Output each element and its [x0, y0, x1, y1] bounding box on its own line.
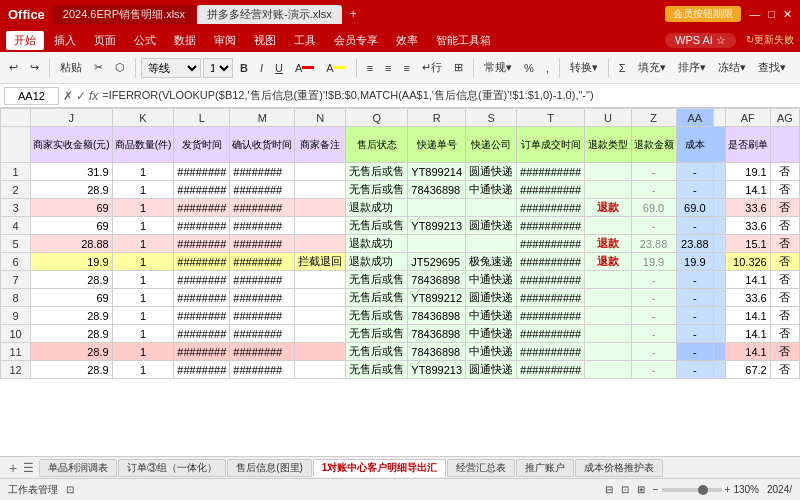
cell-af[interactable]: 33.6 [725, 289, 770, 307]
cell-aa[interactable]: - [676, 325, 714, 343]
cell-r[interactable]: 78436898 [408, 181, 466, 199]
cell-n[interactable] [295, 361, 346, 379]
cell-r[interactable]: 78436898 [408, 271, 466, 289]
align-left-btn[interactable]: ≡ [362, 60, 378, 76]
cell-z[interactable]: - [631, 325, 676, 343]
file-tab-1[interactable]: 2024.6ERP销售明细.xlsx [53, 5, 195, 24]
cell-j[interactable]: 28.9 [31, 271, 113, 289]
cell-k[interactable]: 1 [112, 235, 174, 253]
cell-t[interactable]: ########## [517, 343, 585, 361]
cell-q[interactable]: 退款成功 [346, 253, 408, 271]
cell-af[interactable]: 19.1 [725, 163, 770, 181]
row-num[interactable]: 8 [1, 289, 31, 307]
cell-m[interactable]: ######## [230, 361, 295, 379]
sheet-manage-btn[interactable]: ☰ [23, 461, 34, 475]
menu-start[interactable]: 开始 [6, 31, 44, 50]
add-tab-btn[interactable]: + [344, 5, 363, 23]
cell-m[interactable]: ######## [230, 343, 295, 361]
cell-aa[interactable]: - [676, 163, 714, 181]
comma-btn[interactable]: , [541, 60, 554, 76]
cell-j[interactable]: 69 [31, 199, 113, 217]
maximize-btn[interactable]: □ [768, 8, 775, 20]
cell-n[interactable]: 拦截退回 [295, 253, 346, 271]
cell-r[interactable]: YT899212 [408, 289, 466, 307]
cell-m[interactable]: ######## [230, 307, 295, 325]
cell-af[interactable]: 67.2 [725, 361, 770, 379]
cell-af[interactable]: 14.1 [725, 271, 770, 289]
cell-ag[interactable]: 否 [770, 199, 799, 217]
cell-aa[interactable]: - [676, 289, 714, 307]
italic-btn[interactable]: I [255, 60, 268, 76]
cell-aa[interactable]: 19.9 [676, 253, 714, 271]
cell-ag[interactable]: 否 [770, 181, 799, 199]
cell-q[interactable]: 无售后或售 [346, 325, 408, 343]
cell-ag[interactable]: 否 [770, 253, 799, 271]
close-btn[interactable]: ✕ [783, 8, 792, 21]
sheet-tab-1[interactable]: 单品利润调表 [39, 459, 117, 477]
cell-t[interactable]: ########## [517, 217, 585, 235]
col-j[interactable]: J [31, 109, 113, 127]
cell-empty[interactable] [714, 163, 726, 181]
cell-l[interactable]: ######## [174, 325, 230, 343]
cell-empty[interactable] [714, 343, 726, 361]
cell-aa[interactable]: - [676, 271, 714, 289]
underline-btn[interactable]: U [270, 60, 288, 76]
cell-u[interactable] [585, 343, 631, 361]
minimize-btn[interactable]: — [749, 8, 760, 20]
view-page-btn[interactable]: ⊡ [621, 484, 629, 495]
col-q[interactable]: Q [346, 109, 408, 127]
menu-efficiency[interactable]: 效率 [388, 31, 426, 50]
sheet-tab-4[interactable]: 1对账中心客户明细导出汇 [313, 459, 447, 477]
cell-n[interactable] [295, 181, 346, 199]
cell-empty[interactable] [714, 325, 726, 343]
cell-z[interactable]: - [631, 307, 676, 325]
cell-s[interactable]: 中通快递 [466, 343, 517, 361]
cell-z[interactable]: - [631, 361, 676, 379]
cell-ag[interactable]: 否 [770, 163, 799, 181]
cell-j[interactable]: 28.9 [31, 307, 113, 325]
cell-empty[interactable] [714, 235, 726, 253]
cell-u[interactable] [585, 289, 631, 307]
cell-q[interactable]: 无售后或售 [346, 163, 408, 181]
cell-u[interactable] [585, 181, 631, 199]
member-button[interactable]: 会员按钮期限 [665, 6, 741, 22]
row-num[interactable]: 11 [1, 343, 31, 361]
cell-t[interactable]: ########## [517, 307, 585, 325]
cell-u[interactable] [585, 217, 631, 235]
cell-z[interactable]: - [631, 343, 676, 361]
cell-af[interactable]: 33.6 [725, 199, 770, 217]
cell-q[interactable]: 无售后或售 [346, 181, 408, 199]
format-dropdown[interactable]: 常规▾ [479, 58, 517, 77]
cell-s[interactable]: 中通快递 [466, 181, 517, 199]
cell-u[interactable] [585, 325, 631, 343]
cell-q[interactable]: 无售后或售 [346, 343, 408, 361]
menu-data[interactable]: 数据 [166, 31, 204, 50]
cell-t[interactable]: ########## [517, 163, 585, 181]
bold-btn[interactable]: B [235, 60, 253, 76]
cell-j[interactable]: 28.9 [31, 361, 113, 379]
cell-n[interactable] [295, 343, 346, 361]
update-btn[interactable]: ↻更新失败 [746, 33, 794, 47]
cell-k[interactable]: 1 [112, 307, 174, 325]
cell-l[interactable]: ######## [174, 217, 230, 235]
cell-empty[interactable] [714, 271, 726, 289]
cell-t[interactable]: ########## [517, 271, 585, 289]
sum-btn[interactable]: Σ [614, 60, 631, 76]
cell-ag[interactable]: 否 [770, 217, 799, 235]
cell-empty[interactable] [714, 181, 726, 199]
cell-s[interactable]: 中通快递 [466, 307, 517, 325]
cell-s[interactable]: 中通快递 [466, 325, 517, 343]
cell-l[interactable]: ######## [174, 361, 230, 379]
cell-m[interactable]: ######## [230, 163, 295, 181]
cell-t[interactable]: ########## [517, 235, 585, 253]
cell-l[interactable]: ######## [174, 253, 230, 271]
wrap-btn[interactable]: ↵行 [417, 58, 447, 77]
row-num[interactable]: 3 [1, 199, 31, 217]
col-u[interactable]: U [585, 109, 631, 127]
cell-r[interactable]: YT899213 [408, 361, 466, 379]
col-s[interactable]: S [466, 109, 517, 127]
cell-af[interactable]: 10.326 [725, 253, 770, 271]
col-l[interactable]: L [174, 109, 230, 127]
cell-k[interactable]: 1 [112, 271, 174, 289]
paste-btn[interactable]: 粘贴 [55, 58, 87, 77]
